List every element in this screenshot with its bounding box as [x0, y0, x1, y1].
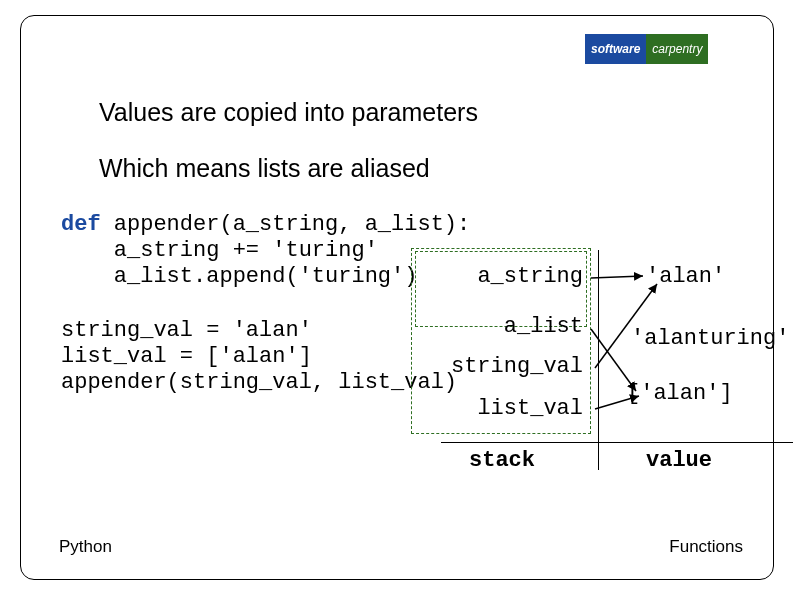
stack-value-divider — [598, 250, 599, 470]
header-value: value — [646, 448, 712, 473]
code-line-5: list_val = ['alan'] — [61, 344, 312, 369]
footer-left: Python — [59, 537, 112, 557]
value-alanturing: 'alanturing' — [631, 326, 789, 351]
stack-label-string-val: string_val — [415, 354, 583, 379]
value-list-alan: ['alan'] — [627, 381, 733, 406]
logo-carpentry: carpentry — [646, 34, 708, 64]
stack-label-list-val: list_val — [415, 396, 583, 421]
stack-label-a-list: a_list — [415, 314, 583, 339]
code-line-4: string_val = 'alan' — [61, 318, 312, 343]
logo: software carpentry — [585, 34, 745, 64]
bullet-line-2: Which means lists are aliased — [99, 154, 430, 183]
header-stack: stack — [469, 448, 535, 473]
header-underline — [441, 442, 793, 443]
footer-right: Functions — [669, 537, 743, 557]
stack-label-a-string: a_string — [415, 264, 583, 289]
code-line-2: a_string += 'turing' — [61, 238, 378, 263]
value-alan: 'alan' — [646, 264, 725, 289]
code-line-1-rest: appender(a_string, a_list): — [101, 212, 471, 237]
keyword-def: def — [61, 212, 101, 237]
bullet-line-1: Values are copied into parameters — [99, 98, 478, 127]
code-line-1: def appender(a_string, a_list): — [61, 212, 470, 237]
code-line-3: a_list.append('turing') — [61, 264, 417, 289]
code-line-6: appender(string_val, list_val) — [61, 370, 457, 395]
logo-software: software — [585, 34, 646, 64]
slide-frame: software carpentry Values are copied int… — [20, 15, 774, 580]
